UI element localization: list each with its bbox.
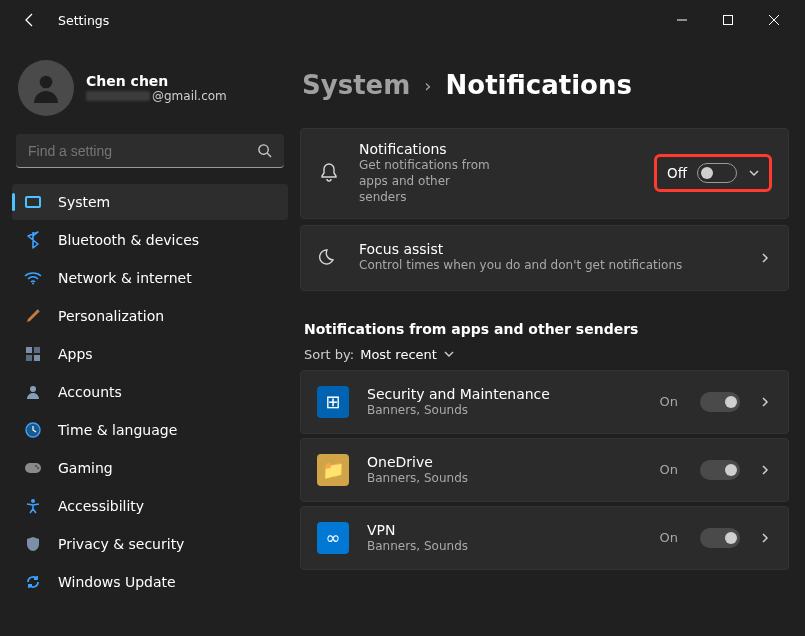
back-button[interactable]	[22, 12, 38, 28]
maximize-button[interactable]	[705, 2, 751, 38]
focus-assist-card[interactable]: Focus assist Control times when you do a…	[300, 225, 789, 291]
sidebar-item-personalization[interactable]: Personalization	[12, 298, 288, 334]
user-name: Chen chen	[86, 73, 227, 89]
sidebar-item-system[interactable]: System	[12, 184, 288, 220]
minimize-button[interactable]	[659, 2, 705, 38]
app-toggle-label: On	[660, 462, 678, 477]
user-block[interactable]: Chen chen @gmail.com	[0, 48, 300, 134]
breadcrumb: System › Notifications	[302, 70, 789, 100]
app-subtitle: Banners, Sounds	[367, 403, 642, 417]
bluetooth-icon	[24, 231, 42, 249]
sidebar-item-accounts[interactable]: Accounts	[12, 374, 288, 410]
app-row[interactable]: 📁OneDriveBanners, SoundsOn	[300, 438, 789, 502]
card-title: Focus assist	[359, 241, 740, 257]
app-subtitle: Banners, Sounds	[367, 471, 642, 485]
app-title: OneDrive	[367, 454, 642, 472]
svg-rect-6	[26, 355, 32, 361]
sort-bar[interactable]: Sort by: Most recent	[304, 347, 789, 362]
chevron-right-icon	[758, 395, 772, 409]
sidebar-item-network[interactable]: Network & internet	[12, 260, 288, 296]
page-title: Notifications	[446, 70, 632, 100]
user-email: @gmail.com	[86, 89, 227, 103]
sidebar-item-apps[interactable]: Apps	[12, 336, 288, 372]
chevron-down-icon[interactable]	[747, 166, 761, 180]
svg-point-11	[35, 465, 37, 467]
app-body: OneDriveBanners, Sounds	[367, 454, 642, 486]
svg-point-12	[37, 467, 39, 469]
sidebar-item-bluetooth[interactable]: Bluetooth & devices	[12, 222, 288, 258]
sidebar-item-privacy[interactable]: Privacy & security	[12, 526, 288, 562]
app-toggle-label: On	[660, 394, 678, 409]
window-controls	[659, 2, 797, 38]
sidebar-item-label: System	[58, 194, 110, 210]
svg-point-2	[259, 145, 268, 154]
sidebar-item-label: Windows Update	[58, 574, 176, 590]
breadcrumb-parent[interactable]: System	[302, 70, 410, 100]
toggle-label: Off	[667, 165, 687, 181]
update-icon	[24, 573, 42, 591]
globe-clock-icon	[24, 421, 42, 439]
highlight-annotation: Off	[654, 154, 772, 192]
sidebar-item-label: Gaming	[58, 460, 113, 476]
sidebar-item-label: Bluetooth & devices	[58, 232, 199, 248]
apps-icon	[24, 345, 42, 363]
sidebar-item-label: Time & language	[58, 422, 177, 438]
gamepad-icon	[24, 459, 42, 477]
search-input[interactable]	[28, 143, 257, 159]
app-title: Security and Maintenance	[367, 386, 642, 404]
svg-rect-7	[34, 355, 40, 361]
sidebar-item-time-language[interactable]: Time & language	[12, 412, 288, 448]
svg-rect-0	[724, 16, 733, 25]
shield-icon	[24, 535, 42, 553]
sidebar-item-gaming[interactable]: Gaming	[12, 450, 288, 486]
app-toggle[interactable]	[700, 460, 740, 480]
card-subtitle: Control times when you do and don't get …	[359, 257, 740, 273]
notifications-card[interactable]: Notifications Get notifications from app…	[300, 128, 789, 219]
user-email-suffix: @gmail.com	[152, 89, 227, 103]
svg-point-13	[31, 499, 35, 503]
monitor-icon	[24, 193, 42, 211]
app-body: Security and MaintenanceBanners, Sounds	[367, 386, 642, 418]
app-toggle[interactable]	[700, 528, 740, 548]
sidebar-item-label: Privacy & security	[58, 536, 184, 552]
notifications-toggle[interactable]	[697, 163, 737, 183]
chevron-right-icon	[758, 531, 772, 545]
app-toggle[interactable]	[700, 392, 740, 412]
nav: System Bluetooth & devices Network & int…	[0, 184, 300, 600]
sidebar-item-label: Accounts	[58, 384, 122, 400]
sort-value: Most recent	[360, 347, 437, 362]
card-title: Notifications	[359, 141, 636, 157]
paintbrush-icon	[24, 307, 42, 325]
content: System › Notifications Notifications Get…	[300, 40, 805, 636]
wifi-icon	[24, 269, 42, 287]
avatar	[18, 60, 74, 116]
app-row[interactable]: ∞VPNBanners, SoundsOn	[300, 506, 789, 570]
svg-point-3	[32, 283, 34, 285]
sort-label: Sort by:	[304, 347, 354, 362]
search-box[interactable]	[16, 134, 284, 168]
chevron-right-icon: ›	[424, 75, 431, 96]
bell-icon	[317, 162, 341, 184]
close-button[interactable]	[751, 2, 797, 38]
redacted-text	[86, 91, 150, 101]
app-row[interactable]: ⊞Security and MaintenanceBanners, Sounds…	[300, 370, 789, 434]
app-title: VPN	[367, 522, 642, 540]
app-subtitle: Banners, Sounds	[367, 539, 642, 553]
accessibility-icon	[24, 497, 42, 515]
sidebar-item-windows-update[interactable]: Windows Update	[12, 564, 288, 600]
svg-point-1	[40, 76, 53, 89]
sidebar-item-label: Personalization	[58, 308, 164, 324]
svg-rect-5	[34, 347, 40, 353]
chevron-right-icon	[758, 463, 772, 477]
chevron-down-icon	[443, 348, 455, 360]
apps-list: ⊞Security and MaintenanceBanners, Sounds…	[300, 370, 789, 574]
svg-point-8	[30, 386, 36, 392]
app-body: VPNBanners, Sounds	[367, 522, 642, 554]
sidebar-item-accessibility[interactable]: Accessibility	[12, 488, 288, 524]
search-icon	[257, 143, 272, 158]
sidebar-item-label: Network & internet	[58, 270, 192, 286]
app-icon: ∞	[317, 522, 349, 554]
app-icon: ⊞	[317, 386, 349, 418]
window-title: Settings	[58, 13, 109, 28]
svg-rect-4	[26, 347, 32, 353]
